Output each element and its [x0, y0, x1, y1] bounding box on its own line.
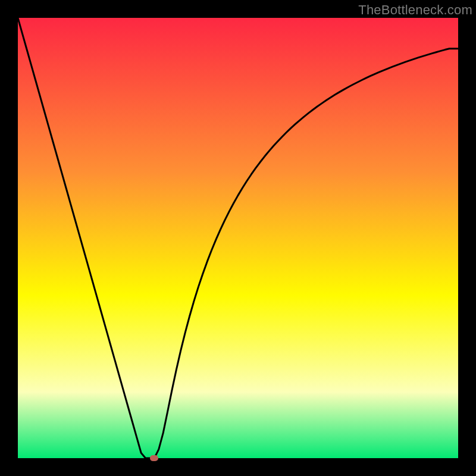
- chart-canvas: [18, 18, 458, 458]
- watermark-text: TheBottleneck.com: [358, 2, 472, 18]
- optimal-point-marker: [150, 455, 158, 461]
- outer-frame: TheBottleneck.com: [0, 0, 476, 476]
- bottleneck-curve: [18, 18, 458, 458]
